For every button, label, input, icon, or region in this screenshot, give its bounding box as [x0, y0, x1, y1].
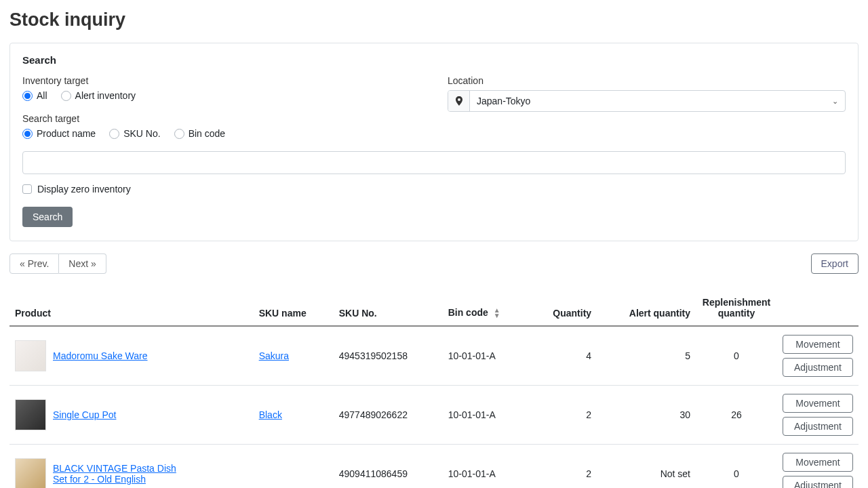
next-button[interactable]: Next »	[59, 253, 106, 274]
sku-name-link[interactable]: Sakura	[259, 350, 289, 361]
prev-button[interactable]: « Prev.	[9, 253, 59, 274]
inventory-target-all[interactable]: All	[22, 90, 47, 101]
table-row: BLACK VINTAGE Pasta Dish Set for 2 - Old…	[9, 445, 859, 489]
product-link[interactable]: Single Cup Pot	[53, 409, 116, 420]
search-button[interactable]: Search	[22, 207, 73, 227]
alert-quantity-cell: 30	[597, 386, 696, 445]
product-thumbnail	[15, 340, 46, 371]
radio-label: Alert inventory	[75, 90, 136, 101]
col-bin-code[interactable]: Bin code ▲▼	[443, 290, 530, 326]
chevron-down-icon: ⌄	[832, 97, 838, 106]
movement-button[interactable]: Movement	[783, 394, 853, 413]
product-link[interactable]: Madoromu Sake Ware	[53, 350, 148, 361]
search-panel-title: Search	[22, 54, 846, 66]
table-row: Madoromu Sake WareSakura494531950215810-…	[9, 326, 859, 386]
pagination-toolbar: « Prev. Next » Export	[9, 253, 859, 274]
col-sku-name[interactable]: SKU name	[254, 290, 334, 326]
adjustment-button[interactable]: Adjustment	[783, 476, 853, 488]
quantity-cell: 2	[529, 445, 597, 489]
sku-no-cell: 4909411086459	[334, 445, 443, 489]
movement-button[interactable]: Movement	[783, 453, 853, 472]
movement-button[interactable]: Movement	[783, 335, 853, 354]
bin-code-cell: 10-01-01-A	[443, 386, 530, 445]
alert-quantity-cell: 5	[597, 326, 696, 386]
sku-no-cell: 4945319502158	[334, 326, 443, 386]
replenishment-quantity-cell: 26	[696, 386, 777, 445]
quantity-cell: 2	[529, 386, 597, 445]
radio-icon	[109, 129, 119, 139]
inventory-target-label: Inventory target	[22, 75, 420, 86]
sort-icon: ▲▼	[494, 308, 500, 319]
search-target-sku-no[interactable]: SKU No.	[109, 128, 160, 139]
table-row: Single Cup PotBlack497748902662210-01-01…	[9, 386, 859, 445]
export-button[interactable]: Export	[811, 253, 859, 274]
radio-label: Product name	[37, 128, 96, 139]
search-target-product-name[interactable]: Product name	[22, 128, 96, 139]
col-product[interactable]: Product	[9, 290, 254, 326]
adjustment-button[interactable]: Adjustment	[783, 358, 853, 377]
replenishment-quantity-cell: 0	[696, 445, 777, 489]
radio-label: All	[37, 90, 47, 101]
product-link[interactable]: BLACK VINTAGE Pasta Dish Set for 2 - Old…	[53, 463, 182, 485]
col-quantity[interactable]: Quantity	[529, 290, 597, 326]
col-actions	[777, 290, 859, 326]
sku-name-link[interactable]: Black	[259, 409, 282, 420]
search-target-label: Search target	[22, 113, 846, 124]
search-panel: Search Inventory target All Alert invent…	[9, 43, 859, 241]
location-pin-icon	[448, 91, 470, 111]
radio-icon	[22, 91, 33, 101]
inventory-target-alert[interactable]: Alert inventory	[61, 90, 136, 101]
display-zero-inventory-checkbox[interactable]: Display zero inventory	[22, 184, 846, 195]
radio-icon	[22, 129, 33, 139]
replenishment-quantity-cell: 0	[696, 326, 777, 386]
search-target-bin-code[interactable]: Bin code	[174, 128, 225, 139]
bin-code-cell: 10-01-01-A	[443, 445, 530, 489]
location-label: Location	[448, 75, 846, 86]
quantity-cell: 4	[529, 326, 597, 386]
radio-label: SKU No.	[123, 128, 160, 139]
radio-label: Bin code	[189, 128, 225, 139]
col-sku-no[interactable]: SKU No.	[334, 290, 443, 326]
location-value: Japan-Tokyo	[477, 96, 530, 106]
radio-icon	[174, 129, 184, 139]
radio-icon	[61, 91, 71, 101]
alert-quantity-cell: Not set	[597, 445, 696, 489]
product-thumbnail	[15, 399, 46, 430]
page-title: Stock inquiry	[9, 9, 859, 30]
location-select[interactable]: Japan-Tokyo ⌄	[448, 90, 846, 112]
adjustment-button[interactable]: Adjustment	[783, 417, 853, 436]
checkbox-icon	[22, 184, 32, 194]
col-alert-quantity[interactable]: Alert quantity	[597, 290, 696, 326]
product-thumbnail	[15, 458, 46, 488]
results-table: Product SKU name SKU No. Bin code ▲▼ Qua…	[9, 290, 859, 488]
col-replenishment-quantity[interactable]: Replenishment quantity	[696, 290, 777, 326]
checkbox-label: Display zero inventory	[37, 184, 131, 195]
sku-no-cell: 4977489026622	[334, 386, 443, 445]
search-input[interactable]	[22, 151, 846, 174]
bin-code-cell: 10-01-01-A	[443, 326, 530, 386]
